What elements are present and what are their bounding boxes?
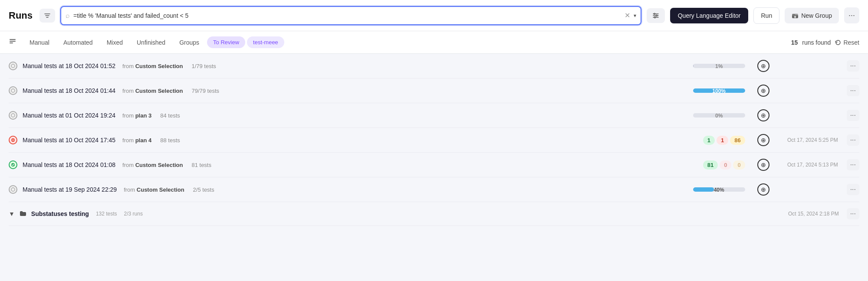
sliders-icon [652,12,660,20]
run-tests-count: 88 tests [160,137,180,144]
badge-group: 1 1 86 [703,136,745,145]
svg-point-5 [654,16,655,18]
table-row: Manual tests at 18 Oct 2024 01:08 from C… [9,153,859,177]
tab-groups[interactable]: Groups [173,36,205,49]
progress-area: 1 1 86 [658,136,745,145]
run-from-label: from Custom Selection [124,186,184,193]
run-title: Manual tests at 18 Oct 2024 01:44 [23,87,115,94]
svg-rect-7 [10,39,16,40]
run-tests-count: 2/5 tests [193,186,214,193]
progress-bar: 0% [693,113,745,118]
search-dropdown-icon[interactable]: ▾ [634,13,636,19]
progress-label: 100% [712,88,726,93]
header-more-button[interactable]: ··· [844,7,859,23]
progress-fill [693,187,714,192]
tester-avatar: ⊕ [757,183,769,196]
run-title: Manual tests at 19 Sep 2024 22:29 [23,186,117,193]
tab-test-meee[interactable]: test-meee [247,36,284,48]
search-input[interactable] [73,12,625,19]
progress-area: 100% [658,88,745,93]
tab-list-icon[interactable] [9,38,16,47]
row-more-button[interactable]: ··· [847,184,859,195]
search-clear-icon[interactable]: ✕ [625,11,630,20]
run-tests-count: 1/79 tests [191,63,216,69]
progress-label: 0% [715,113,723,118]
tester-avatar: ⊕ [757,159,769,171]
badge-pending: 86 [730,136,745,145]
run-tests-count: 81 tests [191,162,211,168]
svg-point-12 [11,114,15,117]
run-from-label: from plan 4 [122,137,151,144]
row-more-button[interactable]: ··· [847,60,859,72]
runs-info: 15 runs found Reset [791,39,859,46]
badge-failed: 0 [720,160,731,170]
row-more-button[interactable]: ··· [847,110,859,121]
folder-icon [19,210,27,218]
app-header: Runs ⌕ ✕ ▾ Query Language Editor Run New [0,0,868,31]
run-status-icon [9,185,17,194]
progress-area: 1% [658,64,745,68]
folder-chevron-icon[interactable]: ▼ [9,210,15,217]
progress-bar: 100% [693,88,745,93]
run-title: Manual tests at 18 Oct 2024 01:52 [23,62,115,69]
progress-label: 1% [715,64,723,68]
page-title: Runs [9,10,33,21]
search-wrapper: ⌕ ✕ ▾ [60,6,641,25]
filter-icon [44,12,51,19]
folder-plus-icon [792,12,799,19]
query-editor-button[interactable]: Query Language Editor [670,8,749,23]
row-more-button[interactable]: ··· [847,159,859,170]
run-from-label: from plan 3 [122,112,151,119]
run-title: Manual tests at 10 Oct 2024 17:45 [23,137,115,144]
tester-avatar: ⊕ [757,85,769,97]
tab-to-review[interactable]: To Review [207,36,245,48]
folder-row: ▼ Substatuses testing 132 tests 2/3 runs… [9,202,859,226]
badge-passed: 81 [703,160,718,170]
progress-label: 40% [714,187,724,192]
sliders-button[interactable] [647,8,665,23]
tab-automated[interactable]: Automated [57,36,99,49]
tab-unfinished[interactable]: Unfinished [131,36,171,49]
reset-button[interactable]: Reset [835,39,859,46]
tester-avatar: ⊕ [757,134,769,146]
run-button[interactable]: Run [753,7,779,24]
progress-bar: 1% [693,64,745,68]
folder-tests-count: 132 tests [96,211,117,217]
row-more-button[interactable]: ··· [847,134,859,146]
filter-button[interactable] [39,9,55,23]
svg-rect-9 [10,42,13,43]
runs-found-label: runs found [802,39,831,46]
run-title: Manual tests at 18 Oct 2024 01:08 [23,161,115,168]
progress-fill [693,64,694,68]
table-row: Manual tests at 18 Oct 2024 01:44 from C… [9,78,859,103]
table-row: Manual tests at 01 Oct 2024 19:24 from p… [9,103,859,128]
badge-pending: 0 [733,160,745,170]
run-title: Manual tests at 01 Oct 2024 19:24 [23,112,115,119]
tab-manual[interactable]: Manual [23,36,56,49]
table-row: Manual tests at 19 Sep 2024 22:29 from C… [9,177,859,202]
progress-area: 81 0 0 [658,160,745,170]
run-status-icon [9,111,17,120]
search-icon: ⌕ [66,12,70,20]
new-group-button[interactable]: New Group [785,8,839,23]
run-status-icon [9,86,17,95]
tab-mixed[interactable]: Mixed [101,36,129,49]
svg-point-3 [656,15,657,16]
progress-area: 40% [658,187,745,192]
runs-found-count: 15 [791,39,798,46]
run-tests-count: 84 tests [160,112,180,119]
runs-list: Manual tests at 18 Oct 2024 01:52 from C… [0,54,868,226]
badge-passed: 1 [703,136,715,145]
progress-area: 0% [658,113,745,118]
folder-timestamp: Oct 15, 2024 2:18 PM [783,211,839,217]
run-from-label: from Custom Selection [122,63,183,69]
tester-avatar: ⊕ [757,109,769,121]
run-status-icon [9,160,17,169]
svg-point-1 [654,13,655,14]
svg-rect-8 [10,41,16,42]
svg-point-11 [11,89,15,92]
folder-more-button[interactable]: ··· [847,208,859,219]
folder-title: Substatuses testing [31,210,89,217]
badge-group: 81 0 0 [703,160,745,170]
row-more-button[interactable]: ··· [847,85,859,96]
